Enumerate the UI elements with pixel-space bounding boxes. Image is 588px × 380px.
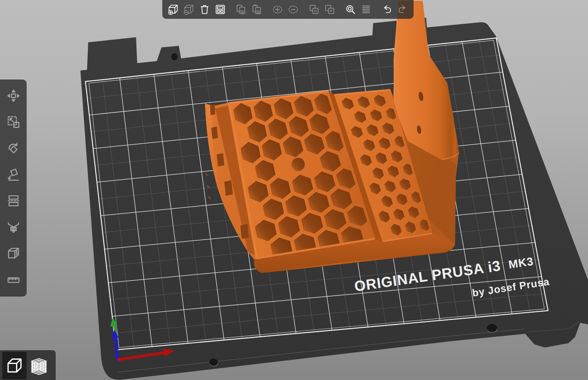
top-toolbar-remove-instance-button[interactable]	[285, 1, 301, 18]
gizmo-rotate-button[interactable]	[2, 135, 24, 161]
search-icon	[345, 4, 356, 15]
toolbar-group-gap	[265, 9, 270, 10]
undo-icon	[381, 4, 393, 15]
gizmo-scale-button[interactable]	[2, 109, 24, 135]
seam-cube-icon	[6, 246, 21, 261]
toolbar-group-gap	[228, 9, 233, 10]
top-toolbar-undo-button[interactable]	[379, 1, 395, 18]
add-cube-icon	[167, 4, 179, 15]
toolbar-group-gap	[374, 9, 379, 10]
gizmo-measure-button[interactable]	[2, 266, 24, 293]
gizmo-place-on-face-button[interactable]	[2, 161, 24, 188]
place-on-face-icon	[6, 167, 21, 182]
redo-icon	[397, 4, 408, 15]
gizmo-cut-button[interactable]	[2, 188, 24, 214]
top-toolbar-add-instance-button[interactable]	[270, 1, 285, 18]
gizmo-paint-supports-button[interactable]	[2, 214, 24, 240]
svg-text:P: P	[330, 9, 333, 13]
gizmos-toolbar	[0, 80, 27, 297]
paste-icon	[251, 4, 263, 15]
top-toolbar-redo-button[interactable]	[395, 1, 410, 18]
toolbar-group-gap	[338, 9, 343, 10]
ruler-icon	[6, 272, 21, 287]
top-toolbar-delete-button[interactable]	[181, 1, 197, 18]
top-toolbar-split-to-parts-button[interactable]: P	[322, 1, 338, 18]
gizmo-move-button[interactable]	[2, 83, 24, 109]
slicer-3d-viewport-page: { "app": {"name": "3D slicer editor view…	[0, 0, 588, 380]
editor-view-button[interactable]	[2, 352, 27, 379]
gizmo-seam-painting-button[interactable]	[2, 240, 24, 266]
add-instance-icon	[272, 4, 283, 15]
remove-instance-icon	[287, 4, 299, 15]
arrange-icon	[214, 4, 226, 15]
preview-view-button[interactable]	[27, 352, 51, 379]
cut-icon	[6, 194, 21, 208]
trash-icon	[199, 4, 211, 15]
paint-brush-icon	[6, 220, 21, 234]
delete-cube-icon	[183, 4, 195, 15]
split-objects-icon: O	[308, 4, 320, 15]
copy-icon	[235, 4, 247, 15]
bed-pin	[171, 53, 178, 60]
rotate-icon	[6, 141, 21, 156]
top-toolbar-copy-button[interactable]	[233, 1, 249, 18]
top-toolbar-search-button[interactable]	[343, 1, 358, 18]
layer-stack-icon	[29, 356, 49, 375]
move-icon	[6, 89, 21, 103]
viewport-3d[interactable]: ORIGINAL PRUSA i3 MK3 by Josef Prusa	[0, 0, 588, 380]
toolbar-group-gap	[301, 9, 306, 10]
split-parts-icon: P	[324, 4, 336, 15]
top-toolbar-split-to-objects-button[interactable]: O	[306, 1, 322, 18]
top-toolbar-add-button[interactable]	[165, 1, 181, 18]
layer-bars-icon	[360, 4, 372, 15]
top-toolbar: OP	[162, 0, 414, 19]
top-toolbar-delete-all-button[interactable]	[197, 1, 212, 18]
top-toolbar-paste-button[interactable]	[249, 1, 265, 18]
top-toolbar-arrange-button[interactable]	[212, 1, 228, 18]
scale-icon	[6, 115, 21, 129]
view-mode-toolbar	[0, 350, 56, 380]
solid-cube-icon	[5, 356, 24, 375]
svg-text:O: O	[314, 9, 317, 13]
top-toolbar-variable-layer-height-button[interactable]	[358, 1, 374, 18]
